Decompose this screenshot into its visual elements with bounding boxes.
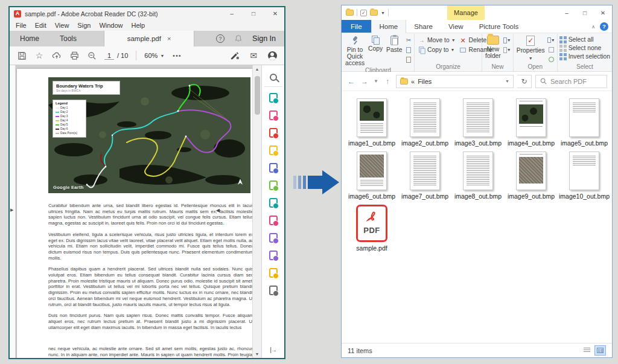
copy-to-button[interactable]: Copy to ▼ [418,46,456,54]
new-item-icon[interactable]: ▼ [503,36,511,44]
file-item[interactable]: image10_out.bmp [558,152,611,200]
tab-file[interactable]: File [342,20,371,33]
more-tools-icon[interactable]: ••• [172,51,182,60]
export-pdf-tool[interactable] [263,89,284,106]
select-none-button[interactable]: Select none [559,45,610,52]
search-input[interactable]: Search PDF [535,75,607,88]
tab-document[interactable]: sample.pdf × [104,31,194,46]
more-tools-tool[interactable] [263,264,284,281]
tab-view[interactable]: View [441,20,471,33]
file-item[interactable]: PDF sample.pdf [345,205,398,252]
up-icon[interactable]: ↑ [383,77,392,86]
copy-button[interactable]: Copy [366,35,384,53]
file-item[interactable]: image3_out.bmp [451,98,505,147]
move-to-button[interactable]: → Move to ▼ [418,36,456,44]
scroll-down-icon[interactable]: ▼ [253,352,261,356]
file-item[interactable]: image7_out.bmp [398,152,451,200]
acrobat-minimize-button[interactable]: – [223,7,241,20]
document-scrollbar[interactable]: ▲ ▼ [252,65,261,358]
explorer-minimize-button[interactable]: – [558,7,576,19]
tab-home[interactable]: Home [10,31,49,46]
compress-pdf-tool[interactable] [263,194,284,211]
zoom-out-icon[interactable] [87,51,97,60]
notifications-bell-icon[interactable] [234,34,243,43]
combine-files-tool[interactable] [263,159,284,176]
qat-properties-icon[interactable]: ✓ [360,10,367,16]
details-view-toggle[interactable] [581,345,593,356]
edit-icon[interactable] [547,46,555,54]
ribbon-collapse-icon[interactable]: ∧ [591,24,595,30]
scroll-up-icon[interactable]: ▲ [253,67,261,71]
sign-in-button[interactable]: Sign In [252,34,276,43]
menu-item[interactable]: Edit [31,22,51,29]
comment-tool[interactable] [263,141,284,159]
edit-pdf-tool[interactable] [263,124,284,141]
scrollbar-thumb[interactable] [255,76,260,115]
menu-item[interactable]: Window [95,22,127,29]
share-upload-icon[interactable] [52,51,62,60]
invert-selection-button[interactable]: Invert selection [559,53,610,60]
tab-tools[interactable]: Tools [49,31,87,46]
file-item[interactable]: image5_out.bmp [558,98,611,147]
back-icon[interactable]: ← [346,77,356,86]
tab-share[interactable]: Share [406,20,441,33]
star-icon[interactable]: ☆ [34,51,44,60]
create-pdf-tool[interactable] [263,106,284,124]
file-item[interactable]: image4_out.bmp [505,98,558,147]
panel-expand-icon[interactable]: |→ [262,346,284,353]
file-item[interactable]: image8_out.bmp [451,152,505,200]
chevron-down-icon[interactable]: ▼ [505,79,509,83]
nav-pane-expand-icon[interactable]: ▶ [10,208,13,212]
search-tool[interactable] [264,68,282,87]
save-icon[interactable] [17,51,27,60]
easy-access-icon[interactable]: ▼ [503,46,511,54]
protect-tool[interactable] [263,229,284,246]
email-icon[interactable]: ✉ [249,51,258,60]
qat-customize-chevron-icon[interactable]: ▼ [381,11,385,15]
breadcrumb-folder[interactable]: Files [418,78,432,85]
acrobat-maximize-button[interactable]: □ [244,7,263,20]
file-item[interactable]: image1_out.bmp [345,98,398,147]
help-icon[interactable]: ? [216,34,225,43]
file-item[interactable]: image9_out.bmp [505,152,558,200]
cut-icon[interactable]: ✂ [404,36,412,44]
forward-icon[interactable]: → [360,77,369,86]
paste-shortcut-icon[interactable] [404,56,412,63]
tool-settings-tool[interactable] [263,281,284,299]
fill-and-sign-tool[interactable] [263,211,284,229]
new-folder-button[interactable]: New folder [483,35,503,60]
address-breadcrumb[interactable]: « Files ▼ [396,75,514,88]
menu-item[interactable]: View [51,22,74,29]
explorer-maximize-button[interactable]: □ [576,7,594,19]
menu-item[interactable]: File [11,22,31,29]
history-icon[interactable] [547,56,555,63]
paste-button[interactable]: Paste [384,35,404,54]
organize-pages-tool[interactable] [263,176,284,194]
select-all-button[interactable]: Select all [559,36,610,43]
pin-to-quick-access-button[interactable]: Pin to Quick access [343,35,366,67]
refresh-icon[interactable]: ↻ [517,75,532,88]
menu-item[interactable]: Sign [73,22,95,29]
fill-sign-pen-icon[interactable] [230,51,240,60]
file-item[interactable]: image2_out.bmp [398,98,451,147]
recent-locations-chevron-icon[interactable]: ▼ [373,78,379,84]
explorer-close-button[interactable]: ✕ [594,7,612,19]
page-number-input[interactable]: 1 [104,52,114,60]
open-with-icon[interactable]: ▼ [547,36,555,44]
menu-item[interactable]: Help [127,22,150,29]
acrobat-close-button[interactable]: ✕ [266,7,284,20]
certificates-tool[interactable] [263,246,284,264]
account-avatar-icon[interactable] [267,51,277,60]
tab-picture-tools[interactable]: Picture Tools [471,20,527,33]
explorer-help-icon[interactable]: ? [600,22,608,31]
tab-home[interactable]: Home [371,20,407,33]
properties-button[interactable]: ✓ Properties ▼ [515,35,547,62]
qat-new-folder-icon[interactable] [370,10,378,16]
zoom-level-dropdown[interactable]: 60% ▼ [144,52,164,59]
document-tab-close-icon[interactable]: × [167,35,171,42]
print-icon[interactable] [69,51,79,60]
file-item[interactable]: image6_out.bmp [345,152,398,200]
tools-panel-collapse-icon[interactable]: ◀ [216,208,220,213]
thumbnails-view-toggle[interactable] [594,345,606,356]
copy-path-icon[interactable] [404,46,412,54]
